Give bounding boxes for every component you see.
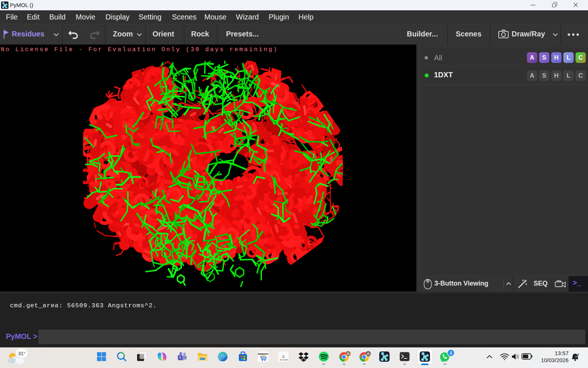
svg-text:T: T [179,356,181,360]
svg-text:8: 8 [450,351,452,356]
svg-text:31°: 31° [18,351,25,356]
svg-text:a: a [282,353,285,360]
svg-text:z: z [577,353,579,356]
svg-text:z: z [576,355,577,358]
svg-text:amazon: amazon [258,352,268,355]
